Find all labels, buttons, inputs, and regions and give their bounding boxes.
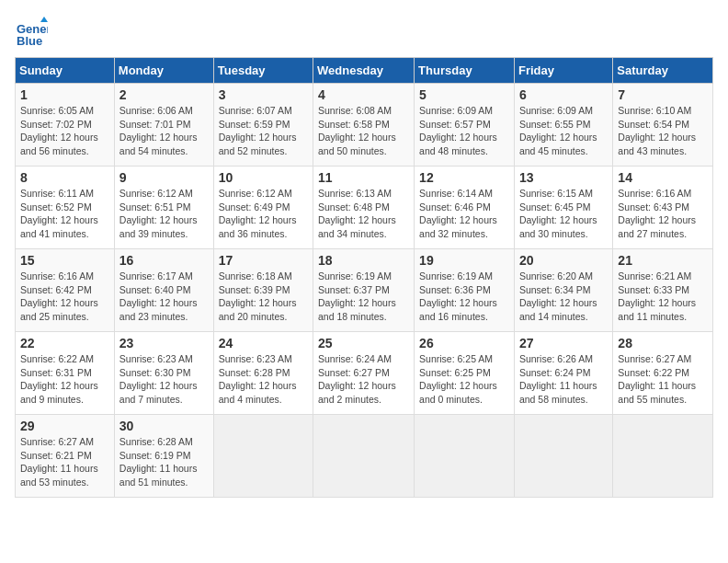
calendar-week-row: 8Sunrise: 6:11 AMSunset: 6:52 PMDaylight…	[16, 167, 713, 249]
day-number: 25	[318, 336, 409, 350]
day-number: 9	[119, 170, 209, 185]
col-header-thursday: Thursday	[415, 58, 515, 84]
cell-info: Sunrise: 6:08 AMSunset: 6:58 PMDaylight:…	[318, 104, 409, 158]
calendar-cell: 22Sunrise: 6:22 AMSunset: 6:31 PMDayligh…	[16, 332, 115, 415]
day-number: 11	[318, 170, 409, 185]
col-header-friday: Friday	[514, 58, 612, 84]
cell-info: Sunrise: 6:22 AMSunset: 6:31 PMDaylight:…	[20, 352, 109, 407]
calendar-cell: 18Sunrise: 6:19 AMSunset: 6:37 PMDayligh…	[313, 249, 415, 332]
cell-info: Sunrise: 6:16 AMSunset: 6:43 PMDaylight:…	[618, 187, 708, 241]
calendar-cell	[613, 415, 713, 498]
day-number: 29	[20, 419, 109, 433]
day-number: 7	[618, 87, 708, 102]
calendar-cell: 17Sunrise: 6:18 AMSunset: 6:39 PMDayligh…	[213, 249, 313, 332]
calendar-cell: 3Sunrise: 6:07 AMSunset: 6:59 PMDaylight…	[213, 84, 313, 167]
cell-info: Sunrise: 6:27 AMSunset: 6:21 PMDaylight:…	[20, 435, 109, 489]
day-number: 10	[219, 170, 308, 185]
day-number: 21	[618, 253, 708, 268]
col-header-tuesday: Tuesday	[213, 58, 313, 84]
calendar-cell: 13Sunrise: 6:15 AMSunset: 6:45 PMDayligh…	[514, 167, 612, 249]
day-number: 17	[219, 253, 308, 268]
day-number: 1	[20, 87, 109, 102]
cell-info: Sunrise: 6:26 AMSunset: 6:24 PMDaylight:…	[519, 352, 608, 407]
col-header-monday: Monday	[114, 58, 213, 84]
calendar-week-row: 29Sunrise: 6:27 AMSunset: 6:21 PMDayligh…	[16, 415, 713, 498]
cell-info: Sunrise: 6:05 AMSunset: 7:02 PMDaylight:…	[20, 104, 109, 158]
cell-info: Sunrise: 6:14 AMSunset: 6:46 PMDaylight:…	[419, 187, 509, 241]
cell-info: Sunrise: 6:24 AMSunset: 6:27 PMDaylight:…	[318, 352, 409, 407]
calendar-cell: 7Sunrise: 6:10 AMSunset: 6:54 PMDaylight…	[613, 84, 713, 167]
cell-info: Sunrise: 6:25 AMSunset: 6:25 PMDaylight:…	[419, 352, 509, 407]
calendar-cell	[514, 415, 612, 498]
cell-info: Sunrise: 6:09 AMSunset: 6:55 PMDaylight:…	[519, 104, 608, 158]
day-number: 3	[219, 87, 308, 102]
cell-info: Sunrise: 6:19 AMSunset: 6:37 PMDaylight:…	[318, 270, 409, 324]
calendar-cell	[313, 415, 415, 498]
cell-info: Sunrise: 6:21 AMSunset: 6:33 PMDaylight:…	[618, 270, 708, 324]
calendar-cell: 8Sunrise: 6:11 AMSunset: 6:52 PMDaylight…	[16, 167, 115, 249]
logo: General Blue	[15, 15, 51, 48]
calendar-cell: 11Sunrise: 6:13 AMSunset: 6:48 PMDayligh…	[313, 167, 415, 249]
day-number: 6	[519, 87, 608, 102]
cell-info: Sunrise: 6:09 AMSunset: 6:57 PMDaylight:…	[419, 104, 509, 158]
day-number: 24	[219, 336, 308, 350]
day-number: 22	[20, 336, 109, 350]
cell-info: Sunrise: 6:07 AMSunset: 6:59 PMDaylight:…	[219, 104, 308, 158]
day-number: 19	[419, 253, 509, 268]
calendar-cell: 21Sunrise: 6:21 AMSunset: 6:33 PMDayligh…	[613, 249, 713, 332]
day-number: 5	[419, 87, 509, 102]
calendar-cell: 26Sunrise: 6:25 AMSunset: 6:25 PMDayligh…	[415, 332, 515, 415]
cell-info: Sunrise: 6:16 AMSunset: 6:42 PMDaylight:…	[20, 270, 109, 324]
day-number: 28	[618, 336, 708, 350]
calendar-week-row: 1Sunrise: 6:05 AMSunset: 7:02 PMDaylight…	[16, 84, 713, 167]
calendar-cell: 4Sunrise: 6:08 AMSunset: 6:58 PMDaylight…	[313, 84, 415, 167]
calendar-cell: 29Sunrise: 6:27 AMSunset: 6:21 PMDayligh…	[16, 415, 115, 498]
cell-info: Sunrise: 6:27 AMSunset: 6:22 PMDaylight:…	[618, 352, 708, 407]
col-header-saturday: Saturday	[613, 58, 713, 84]
col-header-wednesday: Wednesday	[313, 58, 415, 84]
day-number: 4	[318, 87, 409, 102]
calendar-cell: 14Sunrise: 6:16 AMSunset: 6:43 PMDayligh…	[613, 167, 713, 249]
calendar-cell: 16Sunrise: 6:17 AMSunset: 6:40 PMDayligh…	[114, 249, 213, 332]
cell-info: Sunrise: 6:17 AMSunset: 6:40 PMDaylight:…	[119, 270, 209, 324]
calendar-week-row: 22Sunrise: 6:22 AMSunset: 6:31 PMDayligh…	[16, 332, 713, 415]
calendar-table: SundayMondayTuesdayWednesdayThursdayFrid…	[15, 57, 713, 498]
cell-info: Sunrise: 6:15 AMSunset: 6:45 PMDaylight:…	[519, 187, 608, 241]
page-header: General Blue	[15, 15, 713, 48]
cell-info: Sunrise: 6:13 AMSunset: 6:48 PMDaylight:…	[318, 187, 409, 241]
cell-info: Sunrise: 6:10 AMSunset: 6:54 PMDaylight:…	[618, 104, 708, 158]
calendar-cell: 27Sunrise: 6:26 AMSunset: 6:24 PMDayligh…	[514, 332, 612, 415]
calendar-cell: 2Sunrise: 6:06 AMSunset: 7:01 PMDaylight…	[114, 84, 213, 167]
calendar-cell	[213, 415, 313, 498]
calendar-cell: 24Sunrise: 6:23 AMSunset: 6:28 PMDayligh…	[213, 332, 313, 415]
cell-info: Sunrise: 6:18 AMSunset: 6:39 PMDaylight:…	[219, 270, 308, 324]
day-number: 26	[419, 336, 509, 350]
calendar-cell: 19Sunrise: 6:19 AMSunset: 6:36 PMDayligh…	[415, 249, 515, 332]
day-number: 20	[519, 253, 608, 268]
day-number: 8	[20, 170, 109, 185]
calendar-cell: 30Sunrise: 6:28 AMSunset: 6:19 PMDayligh…	[114, 415, 213, 498]
calendar-cell: 15Sunrise: 6:16 AMSunset: 6:42 PMDayligh…	[16, 249, 115, 332]
cell-info: Sunrise: 6:12 AMSunset: 6:51 PMDaylight:…	[119, 187, 209, 241]
calendar-cell: 28Sunrise: 6:27 AMSunset: 6:22 PMDayligh…	[613, 332, 713, 415]
day-number: 12	[419, 170, 509, 185]
calendar-cell: 5Sunrise: 6:09 AMSunset: 6:57 PMDaylight…	[415, 84, 515, 167]
cell-info: Sunrise: 6:23 AMSunset: 6:30 PMDaylight:…	[119, 352, 209, 407]
day-number: 2	[119, 87, 209, 102]
cell-info: Sunrise: 6:12 AMSunset: 6:49 PMDaylight:…	[219, 187, 308, 241]
cell-info: Sunrise: 6:11 AMSunset: 6:52 PMDaylight:…	[20, 187, 109, 241]
svg-text:Blue: Blue	[17, 34, 42, 48]
calendar-cell: 10Sunrise: 6:12 AMSunset: 6:49 PMDayligh…	[213, 167, 313, 249]
calendar-cell: 23Sunrise: 6:23 AMSunset: 6:30 PMDayligh…	[114, 332, 213, 415]
day-number: 15	[20, 253, 109, 268]
day-number: 16	[119, 253, 209, 268]
cell-info: Sunrise: 6:19 AMSunset: 6:36 PMDaylight:…	[419, 270, 509, 324]
day-number: 23	[119, 336, 209, 350]
calendar-cell: 6Sunrise: 6:09 AMSunset: 6:55 PMDaylight…	[514, 84, 612, 167]
day-number: 13	[519, 170, 608, 185]
calendar-cell: 20Sunrise: 6:20 AMSunset: 6:34 PMDayligh…	[514, 249, 612, 332]
logo-icon: General Blue	[15, 15, 48, 48]
cell-info: Sunrise: 6:23 AMSunset: 6:28 PMDaylight:…	[219, 352, 308, 407]
calendar-cell: 25Sunrise: 6:24 AMSunset: 6:27 PMDayligh…	[313, 332, 415, 415]
calendar-cell: 12Sunrise: 6:14 AMSunset: 6:46 PMDayligh…	[415, 167, 515, 249]
